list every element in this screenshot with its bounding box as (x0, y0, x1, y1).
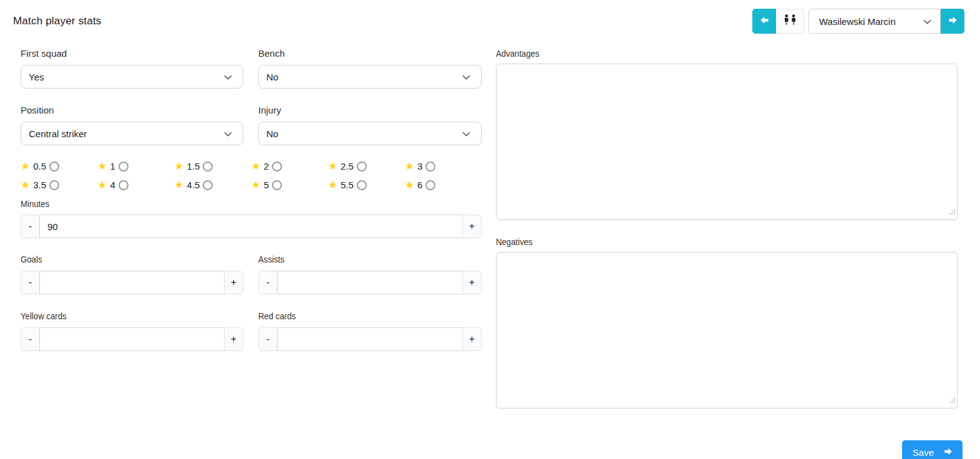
advantages-textarea[interactable] (496, 64, 958, 220)
rating-option-5.5[interactable]: ★5.5 (328, 180, 405, 190)
injury-select[interactable]: No (258, 122, 482, 145)
star-icon: ★ (405, 180, 414, 190)
position-select[interactable]: Central striker (21, 122, 243, 145)
rating-option-4[interactable]: ★4 (97, 180, 174, 190)
rating-radio[interactable] (49, 180, 59, 190)
yellow-cards-decrement-button[interactable]: - (21, 327, 40, 351)
main-content: First squad Yes Bench No (0, 34, 980, 425)
rating-value: 2.5 (341, 161, 354, 172)
injury-label: Injury (258, 105, 482, 115)
rating-option-3.5[interactable]: ★3.5 (21, 180, 97, 190)
arrow-right-icon (943, 447, 953, 458)
rating-radio[interactable] (272, 180, 282, 190)
goals-label: Goals (21, 254, 243, 264)
star-icon: ★ (251, 180, 260, 190)
footer: Save (0, 425, 980, 459)
players-icon (783, 14, 797, 28)
position-field: Position Central striker (21, 105, 243, 145)
assists-label: Assists (258, 254, 482, 264)
goals-increment-button[interactable]: + (224, 271, 243, 294)
yellow-cards-field: Yellow cards - + (21, 311, 243, 351)
assists-input[interactable] (277, 271, 463, 294)
goals-field: Goals - + (21, 254, 243, 294)
red-cards-decrement-button[interactable]: - (258, 327, 278, 351)
advantages-field: Advantages (496, 48, 958, 220)
star-icon: ★ (405, 161, 414, 172)
first-squad-field: First squad Yes (21, 48, 243, 89)
next-player-button[interactable] (941, 9, 964, 34)
first-squad-select[interactable]: Yes (21, 65, 243, 89)
arrow-right-icon (948, 15, 958, 27)
arrow-left-icon (759, 15, 770, 27)
rating-option-1[interactable]: ★1 (97, 161, 174, 172)
save-button-label: Save (913, 447, 934, 458)
rating-value: 5 (264, 180, 269, 190)
header: Match player stats Wasilewski Marcin (0, 0, 980, 34)
page-title: Match player stats (13, 15, 102, 27)
rating-option-5[interactable]: ★5 (251, 180, 327, 190)
red-cards-field: Red cards - + (258, 311, 482, 351)
rating-radio[interactable] (357, 180, 367, 190)
players-list-button[interactable] (776, 9, 804, 34)
rating-radio[interactable] (119, 162, 129, 172)
star-icon: ★ (328, 161, 337, 172)
rating-option-1.5[interactable]: ★1.5 (174, 161, 251, 172)
yellow-cards-increment-button[interactable]: + (224, 327, 243, 351)
goals-decrement-button[interactable]: - (21, 271, 40, 294)
rating-value: 6 (417, 180, 422, 190)
rating-option-2[interactable]: ★2 (251, 161, 327, 172)
position-label: Position (21, 105, 243, 115)
first-squad-label: First squad (21, 48, 243, 59)
minutes-field: Minutes - + (21, 198, 482, 238)
minutes-input[interactable] (39, 215, 463, 238)
minutes-decrement-button[interactable]: - (21, 215, 40, 238)
rating-radio[interactable] (425, 180, 435, 190)
minutes-increment-button[interactable]: + (462, 215, 482, 238)
assists-increment-button[interactable]: + (462, 271, 482, 294)
bench-field: Bench No (258, 48, 482, 89)
player-select[interactable]: Wasilewski Marcin (808, 9, 941, 34)
rating-radio[interactable] (203, 180, 213, 190)
rating-radio[interactable] (119, 180, 129, 190)
rating-value: 1.5 (187, 161, 200, 172)
advantages-label: Advantages (496, 48, 958, 59)
minutes-stepper: - + (21, 215, 482, 238)
rating-value: 0.5 (33, 161, 46, 172)
stats-form: First squad Yes Bench No (21, 48, 482, 425)
previous-player-button[interactable] (752, 9, 776, 34)
bench-select[interactable]: No (258, 65, 482, 89)
star-icon: ★ (251, 161, 260, 172)
rating-radio[interactable] (272, 162, 282, 172)
rating-options: ★0.5 ★1 ★1.5 ★2 ★2.5 ★3 ★3.5 ★4 ★4.5 ★5 … (21, 161, 482, 190)
yellow-cards-input[interactable] (39, 327, 225, 351)
goals-stepper: - + (21, 271, 243, 294)
rating-option-6[interactable]: ★6 (405, 180, 482, 190)
star-icon: ★ (97, 180, 107, 190)
rating-value: 4.5 (187, 180, 200, 190)
rating-radio[interactable] (49, 162, 59, 172)
bench-label: Bench (258, 48, 482, 59)
rating-option-3[interactable]: ★3 (405, 161, 482, 172)
red-cards-increment-button[interactable]: + (462, 327, 482, 351)
red-cards-stepper: - + (258, 327, 482, 351)
star-icon: ★ (21, 180, 30, 190)
rating-radio[interactable] (203, 162, 213, 172)
star-icon: ★ (21, 161, 30, 172)
assists-decrement-button[interactable]: - (258, 271, 278, 294)
negatives-label: Negatives (496, 236, 958, 247)
assists-field: Assists - + (258, 254, 482, 294)
save-button[interactable]: Save (902, 440, 963, 459)
rating-option-4.5[interactable]: ★4.5 (174, 180, 251, 190)
yellow-cards-stepper: - + (21, 327, 243, 351)
red-cards-input[interactable] (277, 327, 463, 351)
rating-option-0.5[interactable]: ★0.5 (21, 161, 97, 172)
rating-radio[interactable] (357, 162, 367, 172)
rating-radio[interactable] (425, 162, 435, 172)
rating-value: 5.5 (341, 180, 354, 190)
star-icon: ★ (174, 161, 183, 172)
goals-input[interactable] (39, 271, 225, 294)
negatives-field: Negatives (496, 236, 958, 408)
rating-value: 4 (110, 180, 115, 190)
negatives-textarea[interactable] (496, 252, 958, 408)
rating-option-2.5[interactable]: ★2.5 (328, 161, 405, 172)
